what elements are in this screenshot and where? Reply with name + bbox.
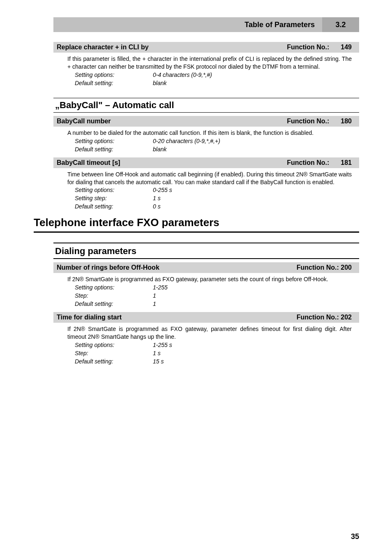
param-200-step: Step: 1 <box>53 291 359 300</box>
param-202-options: Setting options: 1-255 s <box>53 341 359 349</box>
param-149-title: Replace character + in CLI by <box>57 44 149 51</box>
param-181-body: Time between line Off-Hook and automatic… <box>53 168 359 186</box>
param-200-header: Number of rings before Off-Hook Function… <box>53 262 359 273</box>
label-default-setting: Default setting: <box>75 203 153 210</box>
param-149-fnnum: 149 <box>341 44 352 51</box>
param-180-options: Setting options: 0-20 characters (0-9,*,… <box>53 137 359 145</box>
divider <box>53 243 359 243</box>
value-setting-options: 0-255 s <box>153 187 172 193</box>
param-200-body: If 2N® SmartGate is programmed as FXO ga… <box>53 273 359 283</box>
param-149-fnlabel: Function No.: <box>287 44 329 51</box>
label-setting-options: Setting options: <box>75 72 153 78</box>
param-202-step: Step: 1 s <box>53 349 359 357</box>
param-180-body: A number to be dialed for the automatic … <box>53 127 359 137</box>
value-step: 1 s <box>153 350 161 356</box>
param-180-fnnum: 180 <box>341 118 352 125</box>
divider <box>53 258 359 259</box>
header-section-number: 3.2 <box>322 17 359 32</box>
label-default-setting: Default setting: <box>75 146 153 153</box>
value-default-setting: blank <box>153 146 166 153</box>
param-180-header: BabyCall number Function No.: 180 <box>53 116 359 127</box>
value-setting-step: 1 s <box>153 195 161 201</box>
param-181-title: BabyCall timeout [s] <box>57 159 120 166</box>
divider <box>34 231 359 233</box>
value-setting-options: 1-255 <box>153 284 168 291</box>
value-default-setting: 0 s <box>153 203 161 210</box>
param-202-fnlabel: Function No.: 202 <box>297 314 352 321</box>
label-setting-options: Setting options: <box>75 284 153 291</box>
label-setting-options: Setting options: <box>75 187 153 193</box>
param-149-default: Default setting: blank <box>53 79 359 87</box>
value-setting-options: 0-20 characters (0-9,*,#,+) <box>153 138 220 144</box>
label-default-setting: Default setting: <box>75 301 153 307</box>
param-200-default: Default setting: 1 <box>53 300 359 308</box>
value-setting-options: 0-4 characters (0-9,*,#) <box>153 72 212 78</box>
param-202-title: Time for dialing start <box>57 314 122 321</box>
param-202-default: Default setting: 15 s <box>53 357 359 365</box>
label-default-setting: Default setting: <box>75 358 153 365</box>
header-title: Table of Parameters <box>53 17 322 32</box>
param-202-body: If 2N® SmartGate is programmed as FXO ga… <box>53 323 359 341</box>
label-default-setting: Default setting: <box>75 80 153 86</box>
param-181-fnnum: 181 <box>341 159 352 166</box>
label-step: Step: <box>75 350 153 356</box>
param-180-title: BabyCall number <box>57 118 111 125</box>
value-default-setting: blank <box>153 80 166 86</box>
heading-babycall: „BabyCall" – Automatic call <box>53 100 359 111</box>
param-181-header: BabyCall timeout [s] Function No.: 181 <box>53 157 359 168</box>
label-setting-step: Setting step: <box>75 195 153 201</box>
param-180-fnlabel: Function No.: <box>287 118 329 125</box>
param-149-header: Replace character + in CLI by Function N… <box>53 42 359 53</box>
value-setting-options: 1-255 s <box>153 342 172 348</box>
param-181-step: Setting step: 1 s <box>53 194 359 202</box>
heading-dialing-parameters: Dialing parameters <box>53 246 359 257</box>
param-149-options: Setting options: 0-4 characters (0-9,*,#… <box>53 71 359 79</box>
param-180-default: Default setting: blank <box>53 145 359 153</box>
header-bar: Table of Parameters 3.2 <box>53 17 359 32</box>
param-200-fnlabel: Function No.: 200 <box>297 264 352 271</box>
label-setting-options: Setting options: <box>75 138 153 144</box>
page-number: 35 <box>351 532 359 541</box>
param-202-header: Time for dialing start Function No.: 202 <box>53 312 359 323</box>
param-200-title: Number of rings before Off-Hook <box>57 264 159 271</box>
divider <box>53 112 359 113</box>
param-181-options: Setting options: 0-255 s <box>53 186 359 194</box>
heading-fxo: Telephone interface FXO parameters <box>34 216 359 229</box>
label-setting-options: Setting options: <box>75 342 153 348</box>
value-step: 1 <box>153 292 156 299</box>
param-181-default: Default setting: 0 s <box>53 202 359 210</box>
param-200-options: Setting options: 1-255 <box>53 283 359 291</box>
divider <box>53 98 359 98</box>
value-default-setting: 1 <box>153 301 156 307</box>
param-181-fnlabel: Function No.: <box>287 159 329 166</box>
label-step: Step: <box>75 292 153 299</box>
param-149-body: If this parameter is filled, the + chara… <box>53 53 359 71</box>
value-default-setting: 15 s <box>153 358 164 365</box>
